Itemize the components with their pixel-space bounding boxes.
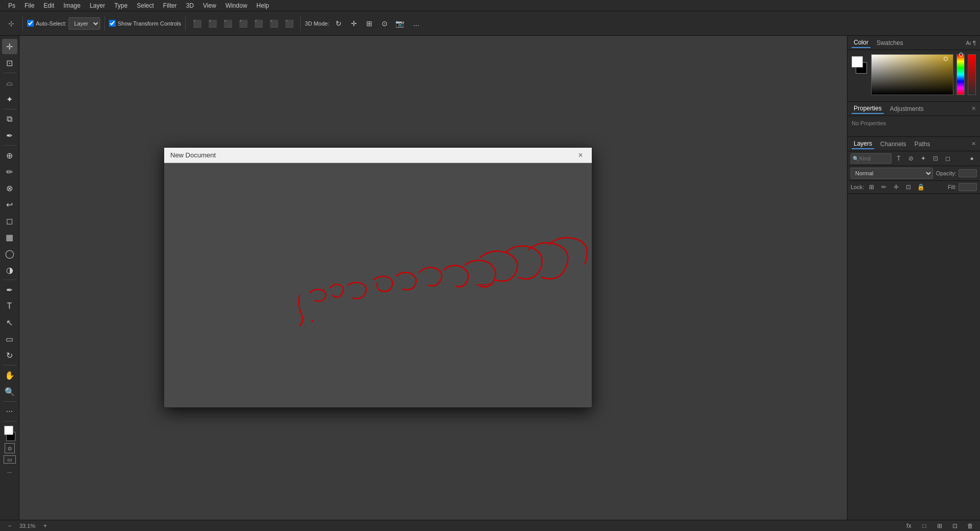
auto-select-checkbox[interactable] <box>27 20 34 27</box>
menu-select[interactable]: Select <box>132 1 158 10</box>
eyedropper-tool[interactable]: ✒ <box>2 128 17 143</box>
lock-paint-btn[interactable]: ✏ <box>879 182 888 192</box>
pen-tool[interactable]: ✒ <box>2 282 17 297</box>
lock-position-btn[interactable]: ✛ <box>892 182 901 192</box>
tab-adjustments[interactable]: Adjustments <box>888 104 926 113</box>
layers-more-btn[interactable]: ● <box>967 153 977 164</box>
tab-properties[interactable]: Properties <box>852 104 884 114</box>
menu-image[interactable]: Image <box>59 1 84 10</box>
more-tools[interactable]: ··· <box>2 404 17 419</box>
align-group: ⬛ ⬛ ⬛ ⬛ ⬛ ⬛ ⬛ <box>190 16 296 31</box>
spot-healing-tool[interactable]: ⊕ <box>2 148 17 163</box>
3d-orbit[interactable]: ⊙ <box>377 16 392 31</box>
status-icon-3[interactable]: ⊡ <box>949 521 961 530</box>
rotate-view-tool[interactable]: ↻ <box>2 348 17 363</box>
more-options[interactable]: ... <box>409 16 424 31</box>
tab-swatches[interactable]: Swatches <box>875 38 905 48</box>
panel-icon-1[interactable]: Aι <box>966 40 971 46</box>
align-left[interactable]: ⬛ <box>236 16 250 31</box>
dodge-tool[interactable]: ◑ <box>2 262 17 278</box>
dialog-close-button[interactable]: × <box>575 150 586 160</box>
3d-rotate[interactable]: ↻ <box>331 16 346 31</box>
panel-icon-2[interactable]: ¶ <box>973 40 976 46</box>
arrange-btn[interactable]: fx <box>903 521 915 530</box>
menu-filter[interactable]: Filter <box>159 1 181 10</box>
artboard-tool[interactable]: ⊡ <box>2 55 17 71</box>
rectangle-tool[interactable]: ▭ <box>2 331 17 347</box>
extra-btn[interactable]: ··· <box>2 465 17 480</box>
status-icon-2[interactable]: ⊞ <box>934 521 945 530</box>
zoom-out-btn[interactable]: − <box>4 521 15 530</box>
status-icon-1[interactable]: □ <box>919 521 930 530</box>
properties-close[interactable]: ✕ <box>971 105 976 112</box>
3d-scale[interactable]: ⊞ <box>362 16 376 31</box>
blur-tool[interactable]: ◯ <box>2 246 17 261</box>
filter-adjust-btn[interactable]: ⊘ <box>906 153 916 164</box>
menu-view[interactable]: View <box>199 1 220 10</box>
foreground-color[interactable] <box>4 426 13 435</box>
hand-tool[interactable]: ✋ <box>2 367 17 383</box>
move-tool-options[interactable]: ⊹ <box>4 16 18 31</box>
lasso-tool[interactable]: ⌓ <box>2 75 17 90</box>
path-select-tool[interactable]: ↖ <box>2 315 17 330</box>
show-transform-label[interactable]: Show Transform Controls <box>109 20 181 27</box>
layers-close[interactable]: ✕ <box>971 141 976 147</box>
align-right[interactable]: ⬛ <box>266 16 281 31</box>
menu-help[interactable]: Help <box>252 1 273 10</box>
show-transform-checkbox[interactable] <box>109 20 116 27</box>
fg-mini-swatch[interactable] <box>852 56 863 67</box>
fill-input[interactable] <box>959 183 977 191</box>
color-spectrum[interactable] <box>956 54 965 95</box>
status-icon-4[interactable]: 🗑 <box>965 521 976 530</box>
brush-tool[interactable]: ✏ <box>2 164 17 179</box>
tab-channels[interactable]: Channels <box>878 140 908 149</box>
filter-pixel-btn[interactable]: ⊡ <box>930 153 941 164</box>
magic-wand-tool[interactable]: ✦ <box>2 91 17 107</box>
layer-select[interactable]: Layer <box>69 17 100 30</box>
blend-mode-select[interactable]: Normal <box>851 168 933 179</box>
lock-all-btn[interactable]: 🔒 <box>916 182 925 192</box>
alpha-slider[interactable] <box>968 54 976 95</box>
filter-shape-btn[interactable]: ◻ <box>943 153 953 164</box>
align-top[interactable]: ⬛ <box>190 16 204 31</box>
eraser-tool[interactable]: ◻ <box>2 213 17 228</box>
zoom-in-btn[interactable]: + <box>39 521 51 530</box>
crop-tool[interactable]: ⧉ <box>2 111 17 127</box>
screen-mode[interactable]: ▭ <box>4 455 16 464</box>
tab-paths[interactable]: Paths <box>912 140 932 149</box>
layers-blend-row: Normal Opacity: <box>848 166 980 181</box>
menu-type[interactable]: Type <box>110 1 131 10</box>
tab-color[interactable]: Color <box>852 38 871 48</box>
filter-type-btn[interactable]: T <box>894 153 904 164</box>
move-tool[interactable]: ✛ <box>2 39 17 54</box>
menu-3d[interactable]: 3D <box>182 1 197 10</box>
clone-tool[interactable]: ⊗ <box>2 180 17 196</box>
menu-edit[interactable]: Edit <box>39 1 58 10</box>
align-bottom[interactable]: ⬛ <box>220 16 235 31</box>
align-hcenter[interactable]: ⬛ <box>251 16 265 31</box>
3d-move[interactable]: ✛ <box>347 16 361 31</box>
properties-section: Properties Adjustments ✕ No Properties <box>848 102 980 137</box>
zoom-tool[interactable]: 🔍 <box>2 384 17 399</box>
menu-ps[interactable]: Ps <box>4 1 19 10</box>
lock-artboard-btn[interactable]: ⊡ <box>904 182 913 192</box>
dialog-content[interactable] <box>164 163 592 407</box>
menu-window[interactable]: Window <box>221 1 252 10</box>
menu-file[interactable]: File <box>20 1 38 10</box>
color-gradient[interactable] <box>871 54 953 95</box>
fg-bg-swatches[interactable] <box>2 426 17 441</box>
3d-camera[interactable]: 📷 <box>393 16 407 31</box>
menu-layer[interactable]: Layer <box>85 1 109 10</box>
gradient-tool[interactable]: ▦ <box>2 229 17 245</box>
canvas-area[interactable]: New Document × <box>19 36 847 520</box>
quick-mask[interactable]: ⊙ <box>5 443 15 453</box>
opacity-input[interactable] <box>959 169 977 177</box>
auto-select-label[interactable]: Auto-Select: <box>27 20 66 27</box>
history-brush-tool[interactable]: ↩ <box>2 197 17 212</box>
lock-transparent-btn[interactable]: ⊞ <box>867 182 876 192</box>
type-tool[interactable]: T <box>2 298 17 314</box>
distribute[interactable]: ⬛ <box>282 16 296 31</box>
align-vcenter[interactable]: ⬛ <box>205 16 219 31</box>
tab-layers[interactable]: Layers <box>852 139 874 149</box>
filter-smart-btn[interactable]: ✦ <box>918 153 928 164</box>
